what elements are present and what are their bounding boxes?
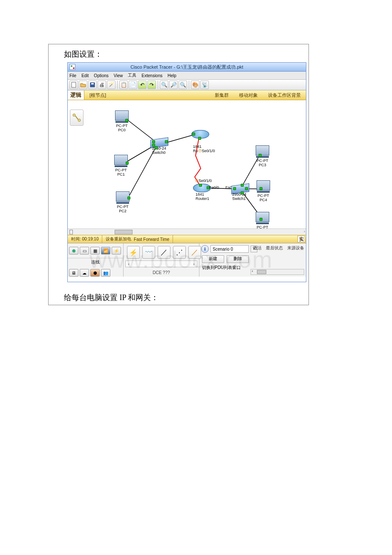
switch1-label: 2950-24Switch1 [232,192,246,201]
logical-label[interactable]: 逻辑 [68,90,84,100]
col-source: 来源设备 [287,245,304,251]
link-dot [245,187,248,190]
status-bar: 时间: 00:19:10 设备重新加电 Fast Forward Time 实 [68,235,306,243]
caption-bottom: 给每台电脑设置 IP 和网关： [64,292,159,303]
open-folder-icon[interactable] [79,81,87,89]
navigation-tool-icon[interactable] [70,110,84,126]
crossover-cable-icon[interactable]: ⋰ [173,246,186,259]
redo-icon[interactable]: ↷ [147,81,156,89]
link-dot [126,162,129,165]
link-dot [127,197,130,199]
window-titlebar[interactable]: Cisco Packet Tracer - G:\王玉龙\路由器的配置成功.pk… [68,63,306,72]
svg-line-8 [127,147,156,199]
link-dot [155,146,158,149]
save-icon[interactable] [88,81,97,89]
auto-connection-icon[interactable]: ⚡ [127,246,140,259]
svg-line-5 [75,116,78,119]
router1-fa00-label: Fa0/0 [209,185,219,190]
link-dot [241,191,244,194]
router1-se0-label: ⏱Se0/1/0 [195,179,212,183]
menu-tools[interactable]: 工具 [128,72,136,78]
zoom-reset-icon[interactable]: 🔎 [169,81,178,89]
draw-palette-icon[interactable]: 🎨 [191,81,199,89]
end-device-icon[interactable]: 🖥 [69,269,78,277]
dce-label: DCE ??? [124,270,199,275]
multiuser-icon[interactable]: 👥 [101,269,110,277]
straight-cable-icon[interactable]: ／ [158,246,170,259]
menu-bar: File Edit Options View 工具 Extensions Hel… [68,72,306,80]
svg-rect-0 [72,82,76,87]
hub-category-icon[interactable]: ▦ [90,247,100,254]
device-panel: ⬣ ▭ ▦ 📶 ⚡ 连线 🖥 ☁ ⬢ 👥 ⚡ 〰 ／ ⋰ ／ [68,243,306,277]
link-dot [199,184,202,187]
paste-icon[interactable]: 📄 [129,81,137,89]
link-dot [192,133,195,136]
link-dot [259,187,262,190]
wizard-icon[interactable]: 🪄 [107,81,115,89]
col-last-status: 最后状态 [266,245,283,251]
topology-workspace[interactable]: PC-PTPC0 PC-PTPC1 PC-PTPC2 2950-24Switch… [68,100,306,235]
switch-category-icon[interactable]: ▭ [80,247,89,254]
pdu-scrollbar[interactable]: ‹ [251,269,304,275]
workspace-scrollbar[interactable]: › [68,228,306,235]
move-object-button[interactable]: 移动对象 [234,92,263,98]
switch0-label: 2950-24Switch0 [152,146,166,155]
undo-icon[interactable]: ↶ [138,81,147,89]
realtime-badge[interactable]: 实 [297,236,305,243]
main-toolbar: 🖨 🪄 📋 📄 ↶ ↷ 🔍 🔎 🔍 🎨 📡 [68,80,306,90]
svg-rect-2 [91,83,94,84]
custom-icon[interactable]: ⬢ [90,269,100,277]
window-title: Cisco Packet Tracer - G:\王玉龙\路由器的配置成功.pk… [68,64,306,70]
new-cluster-button[interactable]: 新集群 [210,92,234,98]
menu-view[interactable]: View [114,73,123,78]
scenario-select[interactable] [210,245,249,253]
print-icon[interactable]: 🖨 [98,81,106,89]
custom-devices-icon[interactable]: 📡 [200,81,209,89]
delete-scenario-button[interactable]: 删除 [227,255,249,263]
col-fire: 激活 [253,245,262,251]
link-dot [152,140,155,143]
connections-category-icon[interactable]: ⚡ [112,247,121,254]
menu-extensions[interactable]: Extensions [141,73,162,78]
wireless-category-icon[interactable]: 📶 [101,247,110,254]
device-pc1[interactable]: PC-PTPC1 [114,155,128,176]
link-dot [259,218,262,221]
zoom-in-icon[interactable]: 🔍 [160,81,168,89]
link-dot [233,187,236,190]
link-dot [241,184,244,187]
wan-cloud-icon[interactable]: ☁ [80,269,89,277]
device-pc3[interactable]: PC-PTPC3 [255,145,270,167]
copy-icon[interactable]: 📋 [119,81,128,89]
device-pc2[interactable]: PC-PTPC2 [115,191,130,213]
router0-label: 1841Ro⏱Se0/1/0 [193,145,215,153]
link-dot [165,140,168,143]
caption-top: 如图设置： [64,49,102,59]
root-node-button[interactable]: [根节点] [84,92,129,98]
svg-point-4 [78,119,81,121]
menu-options[interactable]: Options [94,73,108,78]
svg-point-3 [73,114,75,116]
console-cable-icon[interactable]: 〰 [142,246,155,259]
device-pc4[interactable]: PC-PTPC4 [256,180,271,202]
packet-tracer-window: Cisco Packet Tracer - G:\王玉龙\路由器的配置成功.pk… [67,62,306,282]
link-dot [125,119,128,122]
new-file-icon[interactable] [69,81,78,89]
router1-label: 1841Router1 [196,192,209,201]
link-dot [198,137,201,140]
menu-help[interactable]: Help [167,73,176,78]
menu-edit[interactable]: Edit [81,73,89,78]
zoom-out-icon[interactable]: 🔍 [179,81,187,89]
connection-slider[interactable]: ‹› [125,260,197,267]
router-category-icon[interactable]: ⬣ [69,247,78,254]
new-scenario-button[interactable]: 新建 [202,255,224,263]
connections-label: 连线 [68,258,123,266]
info-icon[interactable]: i [201,245,209,253]
set-bg-button[interactable]: 设备工作区背景 [263,92,306,98]
svg-line-9 [166,134,196,143]
power-cycle-button[interactable]: 设备重新加电 Fast Forward Time [102,235,173,243]
link-dot [259,154,262,157]
menu-file[interactable]: File [69,73,76,78]
sim-time: 时间: 00:19:10 [68,235,102,243]
logical-bar: 逻辑 [根节点] 新集群 移动对象 设备工作区背景 [68,90,306,100]
